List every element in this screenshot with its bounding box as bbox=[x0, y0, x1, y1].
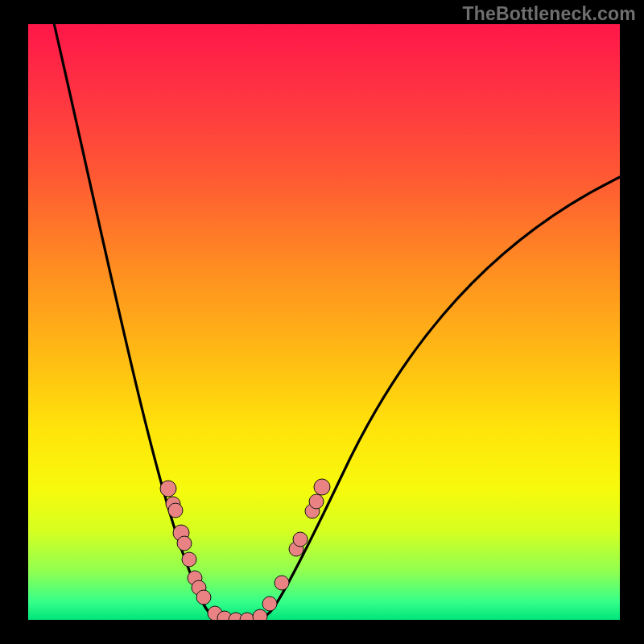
data-dot bbox=[253, 609, 267, 620]
data-dot bbox=[240, 613, 254, 620]
data-dot bbox=[314, 479, 330, 495]
dots-left-group bbox=[160, 481, 211, 605]
data-dot bbox=[177, 536, 192, 551]
chart-canvas: TheBottleneck.com bbox=[0, 0, 644, 644]
data-dot bbox=[262, 597, 277, 611]
data-dot bbox=[309, 494, 324, 509]
watermark-text: TheBottleneck.com bbox=[462, 3, 636, 25]
dots-right-group bbox=[262, 479, 330, 611]
dots-floor-group bbox=[208, 606, 267, 620]
data-dot bbox=[160, 481, 176, 497]
data-dot bbox=[275, 576, 289, 590]
data-dot bbox=[196, 590, 211, 605]
data-dot bbox=[293, 532, 308, 547]
data-dot bbox=[168, 503, 183, 518]
bottleneck-curve bbox=[52, 24, 620, 620]
chart-svg bbox=[28, 24, 620, 620]
data-dot bbox=[182, 552, 196, 567]
plot-area bbox=[28, 24, 620, 620]
